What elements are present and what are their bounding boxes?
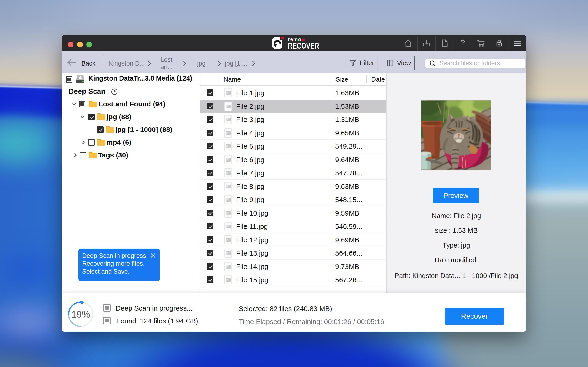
svg-text:19%: 19% bbox=[71, 309, 90, 319]
